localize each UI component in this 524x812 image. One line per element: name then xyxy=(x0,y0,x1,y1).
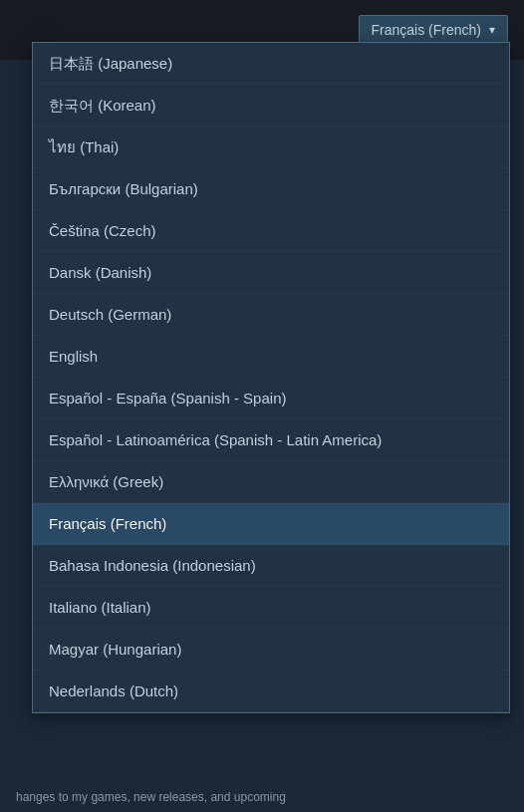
dropdown-item-dutch[interactable]: Nederlands (Dutch) xyxy=(33,671,509,712)
language-selector-button[interactable]: Français (French) ▾ xyxy=(359,15,508,45)
dropdown-item-czech[interactable]: Čeština (Czech) xyxy=(33,210,509,252)
dropdown-item-japanese[interactable]: 日本語 (Japanese) xyxy=(33,43,509,85)
dropdown-item-english[interactable]: English xyxy=(33,336,509,378)
bottom-text-bar: hanges to my games, new releases, and up… xyxy=(0,782,524,812)
dropdown-item-indonesian[interactable]: Bahasa Indonesia (Indonesian) xyxy=(33,545,509,587)
dropdown-item-french[interactable]: Français (French) xyxy=(33,503,509,545)
dropdown-item-spanish-latam[interactable]: Español - Latinoamérica (Spanish - Latin… xyxy=(33,419,509,461)
dropdown-item-thai[interactable]: ไทย (Thai) xyxy=(33,127,509,168)
dropdown-item-greek[interactable]: Ελληνικά (Greek) xyxy=(33,461,509,503)
dropdown-item-hungarian[interactable]: Magyar (Hungarian) xyxy=(33,629,509,671)
current-language-label: Français (French) xyxy=(372,22,481,38)
dropdown-item-italian[interactable]: Italiano (Italian) xyxy=(33,587,509,629)
chevron-down-icon: ▾ xyxy=(489,23,495,37)
dropdown-item-danish[interactable]: Dansk (Danish) xyxy=(33,252,509,294)
language-dropdown: 日本語 (Japanese)한국어 (Korean)ไทย (Thai)Бълг… xyxy=(32,42,510,713)
dropdown-item-bulgarian[interactable]: Български (Bulgarian) xyxy=(33,168,509,210)
dropdown-item-spanish-spain[interactable]: Español - España (Spanish - Spain) xyxy=(33,378,509,419)
bottom-text-content: hanges to my games, new releases, and up… xyxy=(16,790,286,804)
dropdown-item-korean[interactable]: 한국어 (Korean) xyxy=(33,85,509,127)
dropdown-item-german[interactable]: Deutsch (German) xyxy=(33,294,509,336)
language-list: 日本語 (Japanese)한국어 (Korean)ไทย (Thai)Бълг… xyxy=(33,43,509,712)
